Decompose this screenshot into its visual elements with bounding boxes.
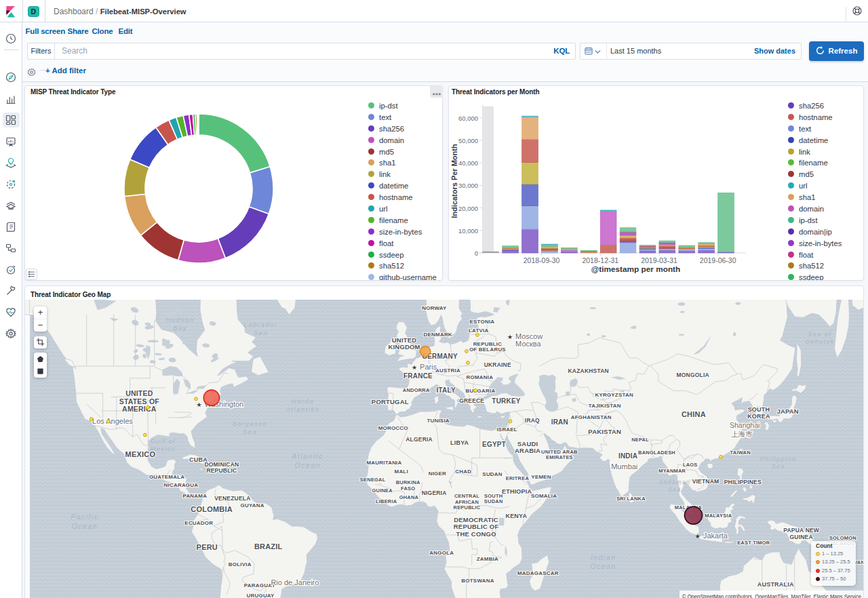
svg-text:Pacific: Pacific <box>71 513 98 521</box>
svg-text:STATES OF: STATES OF <box>119 397 160 405</box>
svg-text:EAST TIMOR: EAST TIMOR <box>737 540 770 546</box>
svg-text:Ocean: Ocean <box>72 522 98 530</box>
svg-text:MONGOLIA: MONGOLIA <box>677 372 709 378</box>
svg-text:REPUBLIC: REPUBLIC <box>454 504 481 511</box>
svg-text:NICARAGUA: NICARAGUA <box>164 482 199 488</box>
svg-text:THE CONGO: THE CONGO <box>456 530 496 538</box>
svg-text:CHINA: CHINA <box>682 410 706 418</box>
svg-text:Mexico: Mexico <box>151 445 176 452</box>
svg-text:KOREA: KOREA <box>747 413 770 420</box>
svg-text:SOMALIA: SOMALIA <box>531 493 557 499</box>
svg-text:AMERICA: AMERICA <box>122 405 157 413</box>
svg-text:BANGLADESH: BANGLADESH <box>638 450 675 456</box>
svg-text:SRI LANKA: SRI LANKA <box>616 496 646 502</box>
svg-text:LAOS: LAOS <box>683 462 698 468</box>
svg-text:FRANCE: FRANCE <box>403 372 433 380</box>
svg-text:DENMARK: DENMARK <box>424 332 452 338</box>
svg-text:TAIWAN: TAIWAN <box>730 450 751 456</box>
svg-text:GUINEA: GUINEA <box>790 534 813 540</box>
svg-text:NIGERIA: NIGERIA <box>422 490 447 496</box>
svg-text:DEMOCRATIC: DEMOCRATIC <box>454 516 498 523</box>
svg-text:GUYANA: GUYANA <box>241 502 264 509</box>
svg-text:UNITED: UNITED <box>392 336 417 344</box>
svg-text:Indian: Indian <box>591 553 616 561</box>
svg-text:TURKEY: TURKEY <box>492 397 520 405</box>
svg-text:VIETNAM: VIETNAM <box>692 478 719 485</box>
svg-text:Shanghai: Shanghai <box>730 421 760 429</box>
svg-text:GHANA: GHANA <box>399 494 419 500</box>
svg-text:Mumbai: Mumbai <box>611 462 637 471</box>
svg-text:NIGER: NIGER <box>429 471 446 477</box>
svg-text:SAUDI: SAUDI <box>517 440 538 447</box>
svg-text:JAPAN: JAPAN <box>776 407 799 415</box>
svg-text:BRAZIL: BRAZIL <box>254 542 283 551</box>
svg-text:UKRAINE: UKRAINE <box>484 361 511 368</box>
svg-text:EMIRATES: EMIRATES <box>546 454 573 460</box>
svg-text:KYRGYZSTAN: KYRGYZSTAN <box>595 392 633 398</box>
svg-text:MADAGASCAR: MADAGASCAR <box>517 570 559 576</box>
svg-text:NORWAY: NORWAY <box>422 305 447 311</box>
svg-text:ARABIA: ARABIA <box>515 447 540 454</box>
svg-text:ISRAEL: ISRAEL <box>496 426 517 433</box>
svg-text:Sargasso: Sargasso <box>232 420 267 427</box>
svg-text:TAJIKISTAN: TAJIKISTAN <box>589 403 621 409</box>
svg-text:SENEGAL: SENEGAL <box>360 477 386 483</box>
svg-text:FASO: FASO <box>401 485 415 492</box>
svg-text:Rio de Janeiro: Rio de Janeiro <box>271 578 319 586</box>
svg-text:GREECE: GREECE <box>459 397 484 404</box>
svg-text:MALAYSIA: MALAYSIA <box>705 513 732 519</box>
svg-text:TUNISIA: TUNISIA <box>427 418 449 424</box>
svg-text:ROMANIA: ROMANIA <box>466 374 493 380</box>
svg-text:VENEZUELA: VENEZUELA <box>214 495 250 502</box>
svg-text:AUSTRALIA: AUSTRALIA <box>757 581 794 588</box>
svg-text:Bay: Bay <box>173 324 187 332</box>
svg-text:★: ★ <box>695 533 701 540</box>
svg-text:GUINEA: GUINEA <box>372 487 393 494</box>
svg-text:Sea: Sea <box>668 486 682 493</box>
svg-text:UNITED: UNITED <box>125 389 153 397</box>
svg-text:Labrador: Labrador <box>243 321 277 328</box>
svg-text:AFGHANISTAN: AFGHANISTAN <box>571 414 612 420</box>
svg-text:★: ★ <box>412 364 417 371</box>
svg-text:MALI: MALI <box>395 469 408 475</box>
svg-text:★: ★ <box>196 401 201 408</box>
svg-text:Hudson: Hudson <box>166 316 195 323</box>
svg-text:Sea: Sea <box>254 329 268 336</box>
svg-text:PANAMA: PANAMA <box>182 493 207 499</box>
svg-text:Atlantic: Atlantic <box>291 452 323 460</box>
svg-text:YEMEN: YEMEN <box>531 474 551 480</box>
svg-text:© OpenStreetMap contributors,: © OpenStreetMap contributors, OpenMapTil… <box>682 593 861 598</box>
svg-text:ZAMBIA: ZAMBIA <box>477 556 498 562</box>
svg-text:ETHIOPIA: ETHIOPIA <box>502 488 532 495</box>
svg-text:ESTONIA: ESTONIA <box>469 319 494 325</box>
svg-text:IRAQ: IRAQ <box>525 417 540 424</box>
svg-text:OF BELARUS: OF BELARUS <box>469 346 506 353</box>
svg-text:ECUADOR: ECUADOR <box>184 520 213 526</box>
svg-text:SOUTH: SOUTH <box>748 406 770 413</box>
svg-text:REPUBLIC OF: REPUBLIC OF <box>454 523 499 530</box>
svg-text:BOLIVIA: BOLIVIA <box>229 561 252 567</box>
svg-text:Gulf of: Gulf of <box>151 438 176 445</box>
svg-text:KAZAKHSTAN: KAZAKHSTAN <box>568 367 608 374</box>
svg-text:Jakarta: Jakarta <box>703 532 728 540</box>
svg-text:EGYPT: EGYPT <box>482 441 506 448</box>
svg-text:LIBYA: LIBYA <box>450 439 469 446</box>
svg-text:PAKISTAN: PAKISTAN <box>588 428 621 435</box>
svg-text:Los Angeles: Los Angeles <box>92 417 133 425</box>
svg-text:Ocean: Ocean <box>590 562 616 570</box>
svg-text:ANDORRA: ANDORRA <box>403 387 430 393</box>
svg-text:Sea of: Sea of <box>808 331 831 338</box>
svg-text:MYANMAR: MYANMAR <box>658 468 686 474</box>
svg-text:Sea: Sea <box>243 428 257 435</box>
svg-text:LIBERIA: LIBERIA <box>376 498 397 504</box>
svg-text:INDIA: INDIA <box>618 452 637 460</box>
svg-text:Paris: Paris <box>420 363 437 371</box>
svg-text:Philippine: Philippine <box>760 456 797 462</box>
svg-text:URUGUAY: URUGUAY <box>247 593 275 598</box>
svg-text:Andaman: Andaman <box>658 479 690 485</box>
svg-text:KENYA: KENYA <box>505 513 527 519</box>
svg-text:CHAD: CHAD <box>455 469 471 475</box>
svg-text:Ocean: Ocean <box>294 461 320 469</box>
svg-text:Atlantiko: Atlantiko <box>285 405 320 413</box>
svg-text:AUSTRIA: AUSTRIA <box>435 367 460 374</box>
